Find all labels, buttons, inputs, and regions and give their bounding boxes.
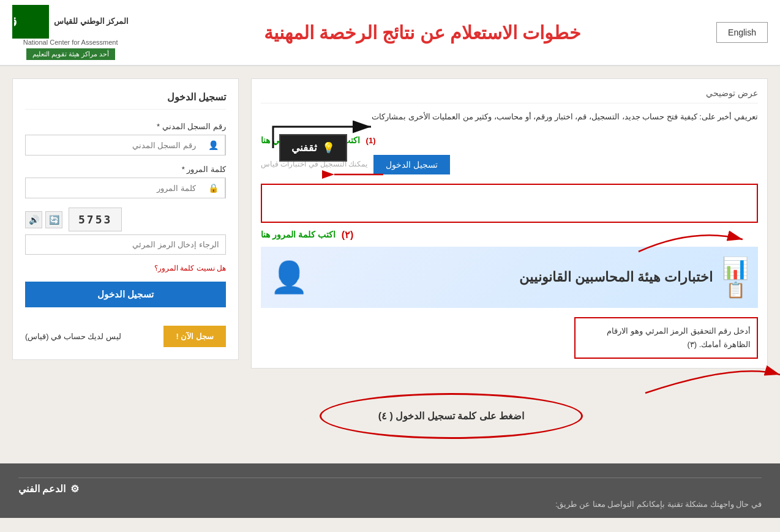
captcha-input[interactable] xyxy=(26,235,225,254)
no-account-text: ليس لديك حساب في (قياس) xyxy=(25,332,121,341)
step2-num: (٢) xyxy=(342,229,354,241)
login-title: تسجيل الدخول xyxy=(25,91,226,110)
password-input[interactable] xyxy=(26,179,202,198)
tutorial-section: عرض توضيحي تعريفي أخبر على: كيفية فتح حس… xyxy=(251,78,768,369)
captcha-audio-btn[interactable]: 🔊 xyxy=(25,211,42,228)
svg-text:قياس: قياس xyxy=(14,14,17,30)
english-button[interactable]: English xyxy=(716,22,768,43)
national-id-label: رقم السجل المدني * xyxy=(25,122,226,131)
step4-circle: اضغط على كلمة تسجيل الدخول ( ٤) xyxy=(320,393,583,439)
login-section: تسجيل الدخول رقم السجل المدني * 👤 كلمة ا… xyxy=(12,78,239,360)
register-row: سجل الآن ! ليس لديك حساب في (قياس) xyxy=(25,326,226,347)
logo-text-english: National Center for Assessment xyxy=(23,39,118,46)
header: English خطوات الاستعلام عن نتائج الرخصة … xyxy=(0,0,780,66)
captcha-display: 5753 xyxy=(69,208,122,231)
footer: ⚙ الدعم الفني في حال واجهتك مشكلة تقنية … xyxy=(0,463,780,518)
step2-box xyxy=(261,184,758,223)
password-group: كلمة المرور * 🔒 xyxy=(25,165,226,198)
captcha-controls: 🔄 🔊 xyxy=(25,211,62,228)
captcha-area: 5753 🔄 🔊 xyxy=(25,208,226,231)
national-id-group: رقم السجل المدني * 👤 xyxy=(25,122,226,155)
password-wrapper: 🔒 xyxy=(25,178,226,198)
logo-icon: قياس xyxy=(12,5,49,39)
login-button[interactable]: تسجيل الدخول xyxy=(25,282,226,307)
national-id-input[interactable] xyxy=(26,136,202,155)
banner-image-person: 👤 xyxy=(270,260,308,295)
register-button[interactable]: سجل الآن ! xyxy=(163,326,226,347)
captcha-input-wrapper xyxy=(25,234,226,255)
footer-divider xyxy=(18,478,762,478)
person-icon: 👤 xyxy=(202,135,225,155)
step4-area: اضغط على كلمة تسجيل الدخول ( ٤) xyxy=(122,381,780,451)
step2-label: اكتب كلمة المرور هنا xyxy=(261,230,336,239)
svg-rect-0 xyxy=(14,7,48,37)
logo-area: المركز الوطني للقياس قياس National Cente… xyxy=(12,5,129,60)
page-title: خطوات الاستعلام عن نتائج الرخصة المهنية xyxy=(129,22,716,43)
password-label: كلمة المرور * xyxy=(25,165,226,174)
banner-icons: 📊 📋 xyxy=(722,256,749,299)
step4-arrow xyxy=(615,350,780,399)
main-content: عرض توضيحي تعريفي أخبر على: كيفية فتح حس… xyxy=(0,66,780,381)
footer-text: في حال واجهتك مشكلة تقنية بإمكانكم التوا… xyxy=(18,500,762,509)
footer-title: ⚙ الدعم الفني xyxy=(18,483,762,495)
forgot-password-text: هل نسيت كلمة المرور؟ xyxy=(25,264,226,272)
lock-icon: 🔒 xyxy=(202,178,225,198)
step3-arrow xyxy=(632,221,755,258)
step2-input-area xyxy=(268,191,751,215)
forgot-password-link[interactable]: هل نسيت كلمة المرور؟ xyxy=(154,264,226,272)
thaqafni-label: ثقفني xyxy=(291,141,317,154)
captcha-input-group xyxy=(25,234,226,255)
captcha-refresh-btn[interactable]: 🔄 xyxy=(45,211,62,228)
support-icon: ⚙ xyxy=(70,483,79,495)
national-id-wrapper: 👤 xyxy=(25,135,226,155)
thaqafni-popup: 💡 ثقفني xyxy=(279,134,347,162)
logo-text-arabic: المركز الوطني للقياس xyxy=(54,16,129,27)
bulb-icon: 💡 xyxy=(322,141,335,154)
step2-arrow xyxy=(322,162,396,187)
tutorial-header: عرض توضيحي xyxy=(261,88,758,103)
banner-title: اختبارات هيئة المحاسبين القانونيين xyxy=(519,269,713,285)
logo-subtitle: أحد مراكز هيئة تقويم التعليم xyxy=(26,48,115,60)
